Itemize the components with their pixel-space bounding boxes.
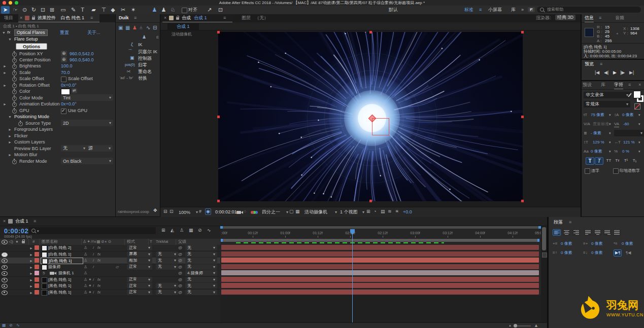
fast-previews-icon[interactable]: ◔ [374,209,376,214]
shy-icon[interactable]: ♙ [84,245,87,250]
mode-dropdown[interactable]: 正常 [127,277,152,282]
shy-icon[interactable]: ♙ [84,283,87,288]
quality-icon[interactable]: / [93,277,94,282]
renderer-button[interactable]: 经典 3D [555,15,575,20]
motion-blur-expand-icon[interactable]: ► [8,153,12,157]
tab-close-icon[interactable]: × [164,15,166,21]
expand-icon[interactable]: ► [3,71,7,75]
reset-exposure-icon[interactable]: ☀ [395,209,399,214]
frame-tool-icon[interactable]: ⊡ [216,6,225,14]
parent-dropdown[interactable]: 4.摄像师 [185,270,217,276]
faux-italic-button[interactable]: T [595,157,603,165]
collapse-icon[interactable]: ✦ [88,277,92,282]
duik-ik-icon[interactable]: ζ [131,42,133,48]
parent-dropdown[interactable]: 无 [185,283,217,288]
character-menu-icon[interactable]: ≡ [628,82,631,88]
scale-offset-checkbox[interactable] [61,77,66,82]
stopwatch-icon[interactable] [12,90,17,94]
font-style-dropdown[interactable]: 常规体 [584,101,630,107]
layer-row[interactable]: ► 8 [黑色 纯色 1] ♙ ✦ / fx 正常 无 @ 无 [0,289,220,296]
layer-label-chip[interactable] [35,265,39,269]
duik-controller-icon[interactable]: ▣ [130,55,134,61]
stopwatch-icon[interactable] [12,96,17,101]
vertical-scale-value[interactable]: 129 % [593,140,604,145]
last-frame-button[interactable]: ▶| [629,70,634,76]
graph-editor-icon[interactable]: ∿ [207,228,211,233]
mode-dropdown[interactable]: 屏幕 [127,251,152,257]
mode-dropdown[interactable]: 正常 [127,283,152,288]
transparency-grid-icon[interactable]: ▦ [295,209,300,214]
parent-pickwhip-icon[interactable]: @ [178,252,182,257]
mode-dropdown[interactable]: 正常 [127,245,152,250]
flare-setup-expand-icon[interactable]: ▼ [8,38,12,41]
layer-row-camera[interactable]: ► 5 摄像机 1 ♙ @ 4.摄像师 [0,270,220,277]
layer-name-box[interactable]: [白色 纯色 1] [41,251,82,257]
comp-marker-button[interactable] [542,252,547,258]
stopwatch-icon[interactable] [12,64,17,69]
trkmat-dropdown[interactable]: 无 [156,264,178,270]
mini-flowchart-icon[interactable]: ⊞ [161,228,165,233]
superscript-button[interactable]: T¹ [622,157,630,164]
exposure-value[interactable]: +0.0 [403,209,412,215]
workspace-standard-menu-icon[interactable]: ≡ [479,7,482,13]
subscript-button[interactable]: T₁ [631,157,638,164]
motion-blur-icon[interactable]: ⊘ [198,228,202,233]
parent-pickwhip-icon[interactable]: @ [178,283,182,288]
parent-dropdown[interactable]: 无 [185,289,217,295]
panel-menu-icon[interactable]: ≡ [90,15,93,21]
layer-bar[interactable] [221,283,539,288]
parent-dropdown[interactable]: 无 [185,245,217,250]
toggle-motion-blur-icon[interactable]: ⊘ [9,323,13,328]
expand-icon[interactable]: ► [3,102,7,106]
prop-center-position-value[interactable]: 960.0,540.0 [70,57,94,63]
prop-animation-evolution-value[interactable]: 0x+0.0° [61,101,77,107]
layer-row[interactable]: ► 4 摄像师 ♙ / ▱ 正常 无 @ 无 [0,264,220,271]
tab-presets[interactable]: 预设 [583,82,592,88]
shy-icon[interactable]: ♙ [84,258,87,263]
play-button[interactable]: ▶ [613,70,617,76]
duik-clip-icon[interactable]: ⊟ [153,25,157,30]
rectangle-tool-icon[interactable]: ▭ [59,6,67,14]
parent-column-label[interactable]: 父级 [178,239,186,244]
eraser-tool-icon[interactable]: ◆ [109,6,117,14]
next-frame-button[interactable]: |▶ [620,70,625,76]
layer-label-chip[interactable] [35,283,39,288]
space-before-value[interactable]: 0 像素 [561,250,572,256]
workspace-default[interactable]: 默认 [389,7,398,13]
effect-about-link[interactable]: 关于... [87,30,100,35]
shy-icon[interactable]: ♙ [84,265,87,270]
preview-bg-dropdown[interactable]: 无 [61,145,87,152]
layer-name-box[interactable]: [白色 纯色 1] [41,258,83,264]
baseline-shift-value[interactable]: 0 像素 [591,149,602,154]
color-mode-dropdown[interactable]: Tint [61,94,113,101]
quality-icon[interactable]: / [93,283,94,288]
layer-bar-selected[interactable] [221,258,539,263]
no-stroke-icon[interactable] [634,103,640,110]
layer-visibility-toggle[interactable] [2,271,8,276]
preview-bg-source-dropdown[interactable]: 源 [86,145,113,152]
options-button[interactable]: Options [16,43,47,50]
extensions-icon[interactable]: ◩ [528,7,535,12]
timeline-scrollbar[interactable] [541,226,547,322]
zoom-slider-knob[interactable] [514,324,517,327]
chevron-down-icon[interactable]: ▾ [609,140,611,144]
stopwatch-icon[interactable] [12,109,17,114]
justify-last-center-button[interactable] [594,229,602,236]
duik-zero-item[interactable]: 归零 [138,62,147,68]
layer-visibility-toggle[interactable] [2,284,8,288]
clone-stamp-tool-icon[interactable]: ⊤ [99,6,108,14]
layer-label-chip[interactable] [35,271,39,275]
search-chevron-icon[interactable]: ▾ [37,229,39,233]
duik-calc-icon[interactable]: ▦ [125,25,130,30]
layer-expand-icon[interactable]: ► [29,266,33,269]
align-checkbox[interactable] [182,8,187,13]
layer-name-box[interactable]: 摄像师 [41,264,82,270]
layer-row[interactable]: ► 2 [白色 纯色 1] ♙ / fx 屏幕 无 @ 无 [0,251,220,258]
text-tool-icon[interactable]: T [78,6,87,14]
font-family-dropdown[interactable]: 华文隶体 [584,92,630,98]
resolution-dropdown[interactable]: 四分之一 [260,209,290,215]
faux-bold-button[interactable]: T [586,157,594,165]
parent-dropdown[interactable]: 无 [185,264,217,270]
layer-name-box[interactable]: [黑色 纯色 1] [41,277,82,282]
timeline-tab-close-icon[interactable]: × [3,218,6,224]
